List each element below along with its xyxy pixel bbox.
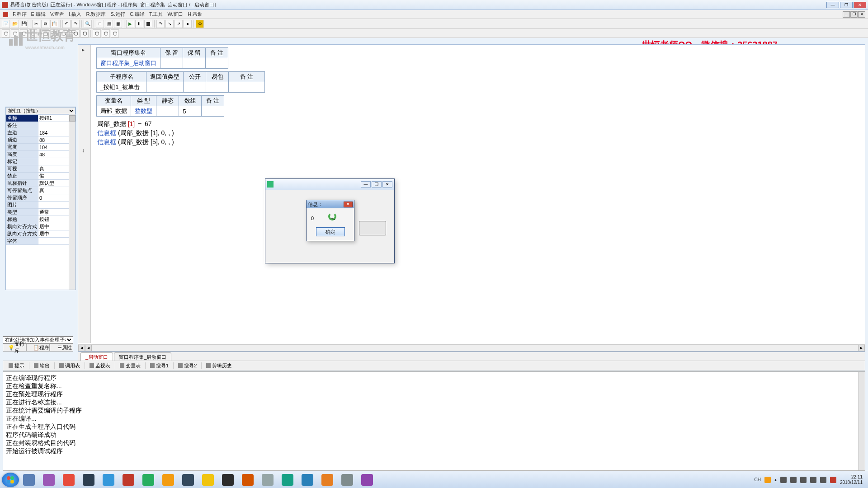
- taskbar-clock[interactable]: 22:11 2018/12/11: [840, 474, 863, 485]
- cut-icon[interactable]: ✂: [32, 20, 40, 28]
- menu-program[interactable]: F.程序: [13, 11, 27, 18]
- comp-10[interactable]: ▢: [93, 29, 101, 38]
- form-icon[interactable]: □: [96, 20, 104, 28]
- menu-insert[interactable]: I.插入: [69, 11, 81, 18]
- scroll-right-icon[interactable]: ►: [858, 345, 865, 352]
- tray-icon-4[interactable]: [800, 477, 807, 483]
- open-icon[interactable]: 📂: [11, 20, 19, 28]
- undo-icon[interactable]: ↶: [62, 20, 71, 28]
- tab-property[interactable]: ☰属性: [50, 343, 73, 352]
- taskbar-app-6[interactable]: [139, 473, 157, 487]
- comp-12[interactable]: ▢: [111, 29, 119, 38]
- rw-minimize[interactable]: —: [361, 181, 371, 188]
- ime-indicator[interactable]: CH: [754, 477, 760, 482]
- taskbar-app-4[interactable]: [99, 473, 118, 487]
- otab-vars[interactable]: 变量表: [117, 361, 143, 370]
- comp-9[interactable]: ▢: [80, 29, 89, 38]
- tray-flag-icon[interactable]: [830, 477, 836, 483]
- mdi-minimize[interactable]: _: [843, 11, 850, 18]
- otab-cliphistory[interactable]: 剪辑历史: [203, 361, 235, 370]
- minimize-button[interactable]: —: [826, 2, 839, 8]
- stepinto-icon[interactable]: ↘: [165, 20, 174, 28]
- close-button[interactable]: ✕: [854, 2, 866, 8]
- mdi-close[interactable]: ✕: [858, 11, 865, 18]
- start-button[interactable]: [2, 473, 19, 487]
- tab-support-lib[interactable]: 💡支持库: [3, 343, 26, 352]
- copy-icon[interactable]: ⧉: [41, 20, 49, 28]
- otab-callstack[interactable]: 调用表: [57, 361, 83, 370]
- find-icon[interactable]: 🔍: [84, 20, 92, 28]
- tray-icon-3[interactable]: [790, 477, 797, 483]
- menu-run[interactable]: S.运行: [110, 11, 125, 18]
- menu-tools[interactable]: T.工具: [149, 11, 163, 18]
- breakpoint-icon[interactable]: ●: [184, 20, 192, 28]
- comp-11[interactable]: ▢: [102, 29, 110, 38]
- taskbar-app-1[interactable]: [40, 473, 58, 487]
- otab-output[interactable]: 输出: [31, 361, 52, 370]
- code-line-1[interactable]: 局部_数据 [1] ＝ 67: [97, 119, 265, 128]
- paste-icon[interactable]: 📋: [50, 20, 58, 28]
- editor-hscrollbar[interactable]: ◄ ◄ ►: [78, 344, 865, 351]
- tab-startwindow[interactable]: _启动窗口: [80, 352, 113, 361]
- menu-window[interactable]: W.窗口: [167, 11, 183, 18]
- menu-edit[interactable]: E.编辑: [31, 11, 46, 18]
- menu-compile[interactable]: C.编译: [130, 11, 145, 18]
- output-console[interactable]: 正在编译现行程序正在检查重复名称...正在预处理现行程序正在进行名称连接...正…: [3, 371, 865, 471]
- redo-icon[interactable]: ↷: [71, 20, 80, 28]
- taskbar-app-11[interactable]: [239, 473, 257, 487]
- prop-scrollbar[interactable]: [69, 114, 75, 290]
- taskbar-app-9[interactable]: [199, 473, 217, 487]
- maximize-button[interactable]: ❐: [840, 2, 853, 8]
- taskbar-app-3[interactable]: [80, 473, 98, 487]
- build-icon[interactable]: ⚙: [196, 20, 204, 28]
- output-scrollbar[interactable]: [858, 372, 865, 470]
- menu-help[interactable]: H.帮助: [188, 11, 203, 18]
- event-selector[interactable]: 在此处选择加入事件处理子程序: [3, 336, 73, 343]
- taskbar-app-2[interactable]: [60, 473, 78, 487]
- tray-volume-icon[interactable]: [820, 477, 826, 483]
- otab-search1[interactable]: 搜寻1: [147, 361, 171, 370]
- msgbox-titlebar[interactable]: 信息： ✕: [307, 200, 354, 208]
- new-icon[interactable]: 📄: [2, 20, 10, 28]
- taskbar-app-7[interactable]: [159, 473, 177, 487]
- module-icon[interactable]: ▦: [114, 20, 122, 28]
- menu-database[interactable]: R.数据库: [86, 11, 106, 18]
- stepover-icon[interactable]: ↷: [156, 20, 165, 28]
- taskbar-app-0[interactable]: [20, 473, 38, 487]
- code-icon[interactable]: ▤: [105, 20, 113, 28]
- tab-classset[interactable]: 窗口程序集_启动窗口: [114, 352, 171, 361]
- taskbar-app-13[interactable]: [278, 473, 297, 487]
- pause-icon[interactable]: ⏸: [135, 20, 143, 28]
- scroll-left-icon[interactable]: ◄: [78, 345, 85, 352]
- menu-view[interactable]: V.查看: [50, 11, 64, 18]
- button1-control[interactable]: [359, 221, 386, 235]
- otab-watch[interactable]: 监视表: [87, 361, 113, 370]
- tab-program[interactable]: 📋程序: [26, 343, 50, 352]
- msgbox-close-icon[interactable]: ✕: [344, 202, 353, 207]
- stop-icon[interactable]: [144, 20, 152, 28]
- code-line-3[interactable]: 信息框 (局部_数据 [5], 0, , ): [97, 137, 265, 146]
- otab-hint[interactable]: 提示: [6, 361, 27, 370]
- scroll-left2-icon[interactable]: ◄: [85, 345, 92, 352]
- tray-icon-1[interactable]: [764, 477, 771, 483]
- tray-expand-icon[interactable]: ▴: [774, 477, 777, 482]
- mdi-restore[interactable]: ❐: [850, 11, 858, 18]
- taskbar-app-10[interactable]: [219, 473, 237, 487]
- object-selector[interactable]: 按钮1（按钮）: [6, 107, 75, 114]
- run-icon[interactable]: ▶: [126, 20, 134, 28]
- msgbox-ok-button[interactable]: 确定: [316, 227, 345, 236]
- save-icon[interactable]: 💾: [20, 20, 28, 28]
- tray-network-icon[interactable]: [810, 477, 816, 483]
- taskbar-app-17[interactable]: [358, 473, 376, 487]
- tray-icon-2[interactable]: [780, 477, 787, 483]
- taskbar-app-12[interactable]: [259, 473, 277, 487]
- rw-close[interactable]: ✕: [382, 181, 392, 188]
- taskbar-app-15[interactable]: [318, 473, 336, 487]
- rw-maximize[interactable]: ❐: [372, 181, 382, 188]
- otab-search2[interactable]: 搜寻2: [175, 361, 199, 370]
- code-line-2[interactable]: 信息框 (局部_数据 [1], 0, , ): [97, 128, 265, 137]
- code-editor[interactable]: ▸ ↓ 窗口程序集名保 留保 留备 注 窗口程序集_启动窗口 子程序名返回值类型…: [78, 44, 865, 352]
- stepout-icon[interactable]: ↗: [175, 20, 183, 28]
- running-window-titlebar[interactable]: — ❐ ✕: [265, 179, 394, 190]
- taskbar-app-16[interactable]: [338, 473, 356, 487]
